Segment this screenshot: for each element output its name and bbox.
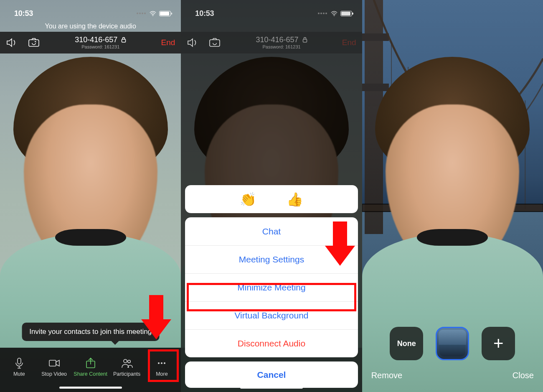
- switch-camera-icon[interactable]: [28, 38, 40, 48]
- svg-rect-4: [49, 360, 56, 366]
- lock-icon: [302, 37, 307, 43]
- participants-label: Participants: [113, 371, 140, 377]
- meeting-id: 310-416-657: [256, 36, 307, 44]
- svg-point-7: [127, 360, 130, 363]
- svg-rect-3: [18, 358, 21, 364]
- screenshot-panel-3: None + Remove Close: [362, 0, 543, 392]
- end-button: End: [342, 38, 356, 47]
- home-indicator[interactable]: [59, 387, 122, 389]
- virtual-background-picker: None +: [362, 327, 543, 360]
- status-time: 10:53: [14, 9, 33, 18]
- status-bar: 10:53: [181, 0, 362, 21]
- menu-meeting-settings[interactable]: Meeting Settings: [185, 245, 358, 273]
- vb-bottom-actions: Remove Close: [362, 368, 543, 383]
- meeting-id: 310-416-657: [75, 36, 126, 44]
- menu-chat[interactable]: Chat: [185, 217, 358, 245]
- vb-option-add[interactable]: +: [482, 327, 515, 360]
- menu-disconnect-audio[interactable]: Disconnect Audio: [185, 329, 358, 357]
- switch-camera-icon: [208, 38, 221, 48]
- mute-button[interactable]: Mute: [4, 354, 35, 377]
- svg-point-6: [124, 359, 127, 363]
- status-bar: 10:53: [0, 0, 181, 21]
- audio-banner: You are using the device audio: [0, 21, 181, 32]
- share-content-label: Share Content: [74, 371, 107, 377]
- wifi-icon: [330, 11, 338, 16]
- svg-point-9: [161, 362, 162, 364]
- status-time: 10:53: [195, 9, 214, 18]
- svg-rect-13: [303, 39, 307, 42]
- reaction-clap[interactable]: 👏: [240, 191, 256, 207]
- more-label: More: [156, 371, 167, 377]
- remove-button[interactable]: Remove: [370, 368, 404, 383]
- svg-point-8: [158, 362, 160, 364]
- screenshot-panel-1: 10:53 You are using the device audio 310…: [0, 0, 181, 392]
- close-button[interactable]: Close: [511, 368, 535, 383]
- screenshot-panel-2: 10:53 310-416-657 Password: 161231 End M…: [181, 0, 362, 392]
- menu-minimize-meeting[interactable]: Minimize Meeting: [185, 273, 358, 301]
- mute-label: Mute: [13, 371, 25, 377]
- meeting-toolbar: Mute Stop Video Share Content Participan…: [0, 348, 181, 392]
- speaker-icon[interactable]: [6, 38, 18, 48]
- share-content-button[interactable]: Share Content: [74, 354, 107, 377]
- wifi-icon: [149, 11, 157, 16]
- svg-rect-2: [122, 39, 126, 42]
- menu-cancel[interactable]: Cancel: [185, 361, 358, 388]
- more-button[interactable]: More: [146, 354, 177, 377]
- vb-option-bridge[interactable]: [436, 327, 469, 360]
- svg-point-11: [334, 15, 335, 16]
- meeting-password: Password: 161231: [75, 44, 126, 49]
- stop-video-button[interactable]: Stop Video: [39, 354, 70, 377]
- svg-point-10: [164, 362, 165, 364]
- meeting-password: Password: 161231: [256, 44, 307, 49]
- stop-video-label: Stop Video: [41, 371, 67, 377]
- meeting-top-bar: 310-416-657 Password: 161231 End: [0, 32, 181, 53]
- invite-tooltip: Invite your contacts to join this meetin…: [22, 323, 159, 341]
- speaker-icon: [187, 38, 198, 48]
- vb-option-none[interactable]: None: [390, 327, 423, 360]
- reactions-row: 👏 👍: [185, 185, 358, 213]
- battery-icon: [159, 11, 171, 16]
- meeting-top-bar: 310-416-657 Password: 161231 End: [181, 32, 362, 53]
- svg-rect-1: [29, 40, 39, 46]
- svg-rect-12: [210, 40, 220, 46]
- status-indicators: [137, 11, 171, 16]
- svg-point-0: [152, 15, 153, 16]
- menu-virtual-background[interactable]: Virtual Background: [185, 301, 358, 329]
- home-indicator[interactable]: [240, 387, 303, 389]
- battery-icon: [340, 11, 352, 16]
- end-button[interactable]: End: [161, 38, 175, 47]
- more-action-sheet: 👏 👍 Chat Meeting Settings Minimize Meeti…: [185, 185, 358, 388]
- reaction-thumbs-up[interactable]: 👍: [287, 191, 303, 207]
- lock-icon: [121, 37, 126, 43]
- participants-button[interactable]: Participants: [112, 354, 142, 377]
- status-indicators: [318, 11, 352, 16]
